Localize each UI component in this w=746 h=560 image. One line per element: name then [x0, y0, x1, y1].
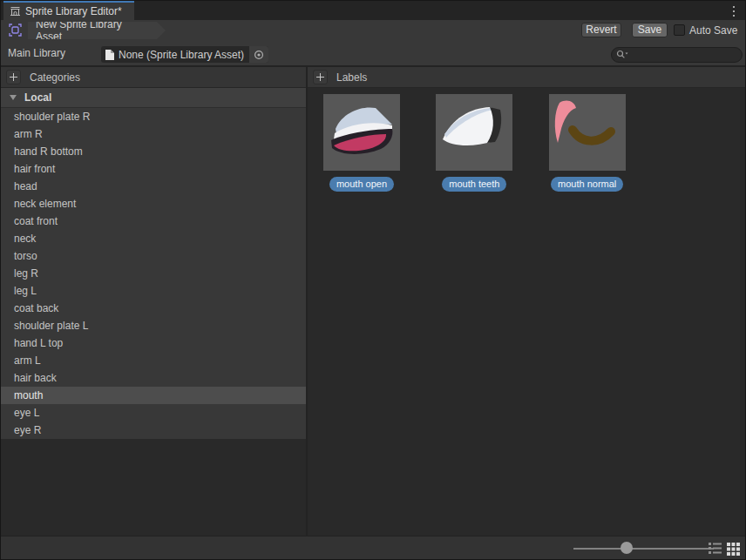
labels-panel: Labels mouth open — [308, 67, 745, 536]
labels-header: Labels — [308, 67, 745, 88]
mouth-open-sprite — [323, 94, 400, 171]
category-list: shoulder plate Rarm Rhand R bottomhair f… — [1, 108, 306, 439]
auto-save-label: Auto Save — [689, 24, 737, 37]
category-label: neck element — [14, 198, 76, 210]
category-row-eye-R[interactable]: eye R — [1, 422, 306, 439]
sprite-thumbnail-mouth-normal[interactable] — [549, 94, 626, 171]
sprite-thumbnail-mouth-teeth[interactable] — [436, 94, 512, 171]
breadcrumb-label: New Sprite Library Asset — [36, 18, 150, 43]
chevron-down-icon — [10, 95, 17, 100]
category-row-coat-front[interactable]: coat front — [1, 213, 306, 230]
main-library-object-field[interactable]: None (Sprite Library Asset) — [101, 46, 268, 63]
category-label: coat front — [14, 215, 58, 227]
label-pill-mouth-open[interactable]: mouth open — [329, 177, 394, 192]
label-item-mouth-teeth: mouth teeth — [436, 94, 512, 192]
mouth-teeth-sprite — [436, 94, 512, 171]
thumbnail-size-slider[interactable] — [573, 548, 714, 550]
label-pill-mouth-normal[interactable]: mouth normal — [551, 177, 623, 192]
category-label: hand R bottom — [14, 145, 83, 158]
category-row-neck[interactable]: neck — [1, 230, 306, 247]
category-label: eye L — [14, 407, 39, 419]
tab-sprite-library-editor[interactable]: Sprite Library Editor* — [3, 1, 134, 20]
slider-handle[interactable] — [621, 542, 633, 554]
label-item-mouth-normal: mouth normal — [549, 94, 626, 192]
category-label: torso — [14, 250, 37, 262]
categories-panel: Categories Local shoulder plate Rarm Rha… — [1, 67, 306, 536]
breadcrumb[interactable]: New Sprite Library Asset — [28, 22, 166, 39]
category-label: head — [14, 180, 37, 192]
category-row-torso[interactable]: torso — [1, 247, 306, 265]
category-label: neck — [14, 233, 36, 245]
add-label-button[interactable] — [313, 70, 328, 84]
search-input[interactable] — [628, 49, 733, 61]
category-label: coat back — [14, 302, 58, 314]
sprite-library-icon — [10, 6, 21, 17]
category-row-coat-back[interactable]: coat back — [1, 300, 306, 317]
tab-title: Sprite Library Editor* — [25, 5, 122, 17]
local-foldout-label: Local — [24, 91, 51, 104]
category-row-arm-L[interactable]: arm L — [1, 352, 306, 369]
categories-title: Categories — [30, 71, 80, 84]
category-row-hand-R-bottom[interactable]: hand R bottom — [1, 143, 306, 160]
labels-grid: mouth open mouth teeth — [308, 88, 745, 192]
main-library-label: Main Library — [8, 41, 65, 65]
category-label: mouth — [14, 389, 43, 401]
revert-button[interactable]: Revert — [581, 23, 621, 37]
category-label: hair front — [14, 163, 55, 175]
footer-bar — [1, 536, 745, 559]
category-row-mouth[interactable]: mouth — [1, 387, 306, 404]
tab-bar: Sprite Library Editor* — [1, 1, 745, 20]
categories-header: Categories — [1, 67, 306, 88]
category-row-hair-back[interactable]: hair back — [1, 369, 306, 387]
list-view-icon[interactable] — [708, 541, 722, 556]
grid-view-icon[interactable] — [726, 541, 741, 556]
category-row-shoulder-plate-L[interactable]: shoulder plate L — [1, 317, 306, 334]
category-label: arm R — [14, 128, 43, 140]
file-icon — [105, 50, 114, 60]
category-label: leg R — [14, 267, 38, 280]
category-row-hair-front[interactable]: hair front — [1, 160, 306, 178]
category-row-head[interactable]: head — [1, 178, 306, 195]
category-row-leg-L[interactable]: leg L — [1, 282, 306, 300]
mouth-normal-sprite — [549, 94, 626, 171]
category-label: arm L — [14, 354, 41, 367]
sprite-thumbnail-mouth-open[interactable] — [323, 94, 400, 171]
category-label: hair back — [14, 372, 57, 384]
panel-divider[interactable] — [306, 67, 308, 536]
category-label: eye R — [14, 424, 41, 436]
category-label: shoulder plate R — [14, 111, 90, 123]
category-row-leg-R[interactable]: leg R — [1, 265, 306, 282]
label-item-mouth-open: mouth open — [323, 94, 400, 192]
sprite-library-editor-window: Sprite Library Editor* New Sprite Librar… — [0, 0, 746, 560]
object-field-value: None (Sprite Library Asset) — [119, 49, 244, 61]
category-row-hand-L-top[interactable]: hand L top — [1, 334, 306, 352]
toolbar: New Sprite Library Asset Revert Save Aut… — [1, 20, 745, 41]
category-row-eye-L[interactable]: eye L — [1, 404, 306, 422]
object-picker-icon[interactable] — [249, 46, 268, 63]
search-field[interactable] — [611, 47, 743, 63]
asset-bar: Main Library None (Sprite Library Asset) — [1, 41, 745, 67]
label-pill-mouth-teeth[interactable]: mouth teeth — [442, 177, 506, 192]
sprite-asset-icon — [9, 24, 22, 37]
save-button[interactable]: Save — [632, 23, 668, 37]
add-category-button[interactable] — [6, 70, 21, 84]
labels-title: Labels — [336, 71, 367, 84]
category-label: leg L — [14, 285, 37, 297]
category-row-shoulder-plate-R[interactable]: shoulder plate R — [1, 108, 306, 125]
kebab-menu-icon[interactable] — [728, 4, 740, 18]
category-label: hand L top — [14, 337, 63, 349]
target-icon — [254, 50, 264, 60]
local-foldout[interactable]: Local — [1, 88, 306, 108]
category-row-neck-element[interactable]: neck element — [1, 195, 306, 213]
category-row-arm-R[interactable]: arm R — [1, 125, 306, 143]
category-label: shoulder plate L — [14, 320, 88, 332]
search-icon — [616, 50, 628, 60]
auto-save-checkbox[interactable] — [674, 24, 685, 36]
